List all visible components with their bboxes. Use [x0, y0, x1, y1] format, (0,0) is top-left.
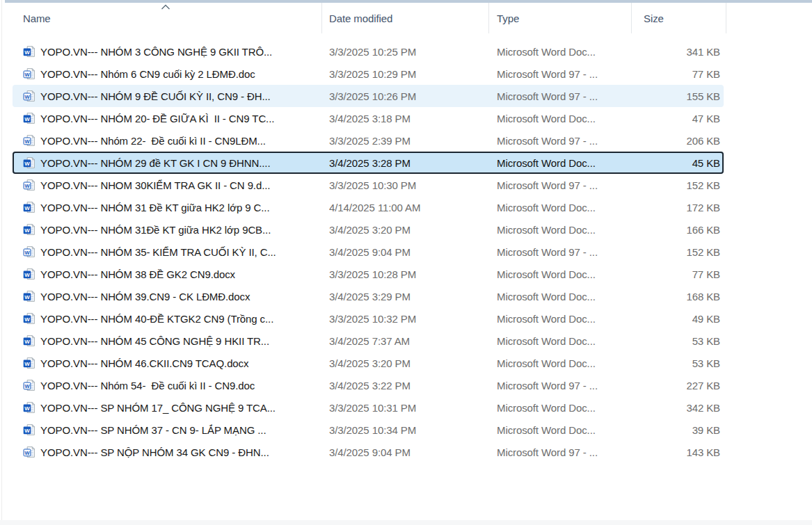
file-type: Microsoft Word Doc... — [497, 313, 632, 325]
svg-text:W: W — [25, 450, 31, 456]
word-docx-icon: W — [13, 312, 40, 325]
file-size: 152 KB — [632, 246, 720, 258]
column-header-label: Type — [497, 13, 519, 24]
file-name: YOPO.VN--- NHÓM 31Đề KT giữa HK2 lớp 9CB… — [40, 224, 329, 236]
window-left-border — [1, 0, 2, 525]
file-name: YOPO.VN--- Nhóm 54- Đề cuối kì II - CN9.… — [40, 380, 329, 391]
column-header-label: Date modified — [329, 13, 392, 24]
file-type: Microsoft Word Doc... — [497, 113, 632, 124]
file-date-modified: 3/3/2025 10:25 PM — [329, 46, 497, 58]
file-name: YOPO.VN--- NHÓM 31 Đề KT giữa HK2 lớp 9 … — [40, 202, 329, 213]
file-name: YOPO.VN--- SP NỘP NHÓM 34 GK CN9 - ĐHN..… — [40, 446, 329, 458]
file-row[interactable]: W YOPO.VN--- Nhóm 22- Đề cuối kì II - CN… — [13, 129, 724, 152]
file-row[interactable]: W YOPO.VN--- SP NHÓM 37 - CN 9- LẮP MẠNG… — [13, 419, 724, 441]
file-size: 47 KB — [632, 113, 720, 124]
word-docx-icon: W — [13, 357, 40, 369]
column-header-type[interactable]: Type — [489, 3, 632, 33]
file-type: Microsoft Word Doc... — [497, 291, 632, 302]
svg-text:W: W — [24, 294, 30, 300]
file-row[interactable]: W YOPO.VN--- NHÓM 20- ĐỀ GIỮA KÌ II - CN… — [13, 107, 724, 129]
svg-text:W: W — [25, 138, 31, 145]
file-row[interactable]: W YOPO.VN--- NHÓM 45 CÔNG NGHỆ 9 HKII TR… — [13, 330, 724, 352]
file-row[interactable]: W YOPO.VN--- Nhóm 54- Đề cuối kì II - CN… — [13, 374, 724, 396]
file-size: 77 KB — [632, 68, 720, 80]
column-header-label: Name — [23, 13, 51, 24]
file-row[interactable]: W YOPO.VN--- SP NHÓM 17_ CÔNG NGHỆ 9 TCA… — [13, 396, 724, 419]
word-doc-icon: W — [13, 179, 40, 191]
file-date-modified: 3/3/2025 10:32 PM — [329, 313, 497, 325]
svg-text:W: W — [24, 272, 30, 278]
file-row[interactable]: W YOPO.VN--- Nhóm 6 CN9 cuối kỳ 2 LĐMĐ.d… — [13, 63, 724, 85]
word-docx-icon: W — [13, 401, 40, 414]
column-header-size[interactable]: Size — [632, 3, 726, 33]
word-doc-icon: W — [13, 134, 40, 147]
chevron-up-icon — [161, 1, 170, 7]
file-row[interactable]: W YOPO.VN--- NHÓM 9 ĐỀ CUỐI KỲ II, CN9 -… — [13, 85, 724, 107]
word-doc-icon: W — [13, 379, 40, 391]
svg-text:W: W — [24, 339, 30, 345]
file-size: 341 KB — [632, 46, 720, 58]
svg-text:W: W — [24, 161, 30, 167]
file-name: YOPO.VN--- SP NHÓM 17_ CÔNG NGHỆ 9 TCA..… — [40, 402, 329, 414]
file-date-modified: 3/4/2025 9:04 PM — [329, 246, 497, 258]
file-name: YOPO.VN--- NHÓM 20- ĐỀ GIỮA KÌ II - CN9 … — [40, 113, 329, 124]
file-row[interactable]: W YOPO.VN--- NHÓM 31 Đề KT giữa HK2 lớp … — [13, 196, 724, 218]
file-name: YOPO.VN--- NHÓM 9 ĐỀ CUỐI KỲ II, CN9 - Đ… — [40, 90, 329, 102]
file-name: YOPO.VN--- NHÓM 3 CÔNG NGHỆ 9 GKII TRÔ..… — [40, 46, 329, 58]
file-row[interactable]: W YOPO.VN--- NHOM 30KIỂM TRA GK II - CN … — [13, 174, 724, 196]
file-row[interactable]: W YOPO.VN--- NHÓM 31Đề KT giữa HK2 lớp 9… — [13, 218, 724, 241]
file-row[interactable]: W YOPO.VN--- NHÓM 38 ĐỀ GK2 CN9.docx 3/3… — [13, 263, 724, 285]
file-name: YOPO.VN--- NHÓM 29 đề KT GK I CN 9 ĐHNN.… — [40, 157, 329, 169]
file-date-modified: 3/4/2025 3:28 PM — [329, 157, 497, 169]
svg-text:W: W — [24, 361, 30, 367]
word-docx-icon: W — [13, 156, 40, 169]
file-name: YOPO.VN--- NHÓM 38 ĐỀ GK2 CN9.docx — [40, 268, 329, 280]
file-size: 39 KB — [632, 424, 720, 436]
file-date-modified: 3/3/2025 10:30 PM — [329, 179, 497, 191]
file-type: Microsoft Word Doc... — [497, 46, 632, 58]
svg-text:W: W — [25, 383, 31, 389]
file-row[interactable]: W YOPO.VN--- NHÓM 35- KIỂM TRA CUỐI KỲ I… — [13, 241, 724, 263]
file-name: YOPO.VN--- NHOM 30KIỂM TRA GK II - CN 9.… — [40, 179, 329, 191]
file-type: Microsoft Word 97 - ... — [497, 179, 632, 191]
file-size: 152 KB — [632, 179, 720, 191]
file-type: Microsoft Word Doc... — [497, 268, 632, 280]
svg-text:W: W — [24, 116, 30, 122]
word-docx-icon: W — [13, 112, 40, 124]
column-header-date-modified[interactable]: Date modified — [322, 3, 489, 33]
file-size: 49 KB — [632, 313, 720, 325]
word-docx-icon: W — [13, 290, 40, 302]
file-row[interactable]: W YOPO.VN--- NHÓM 40-ĐỀ KTGK2 CN9 (Trồng… — [13, 307, 724, 330]
file-size: 53 KB — [632, 357, 720, 369]
file-type: Microsoft Word Doc... — [497, 424, 632, 436]
word-doc-icon: W — [13, 90, 40, 102]
svg-text:W: W — [24, 205, 30, 211]
file-row[interactable]: W YOPO.VN--- NHÓM 3 CÔNG NGHỆ 9 GKII TRÔ… — [13, 40, 724, 63]
file-row[interactable]: W YOPO.VN--- NHÓM 46.CKII.CN9 TCAQ.docx … — [13, 352, 724, 374]
file-date-modified: 3/4/2025 3:22 PM — [329, 380, 497, 391]
file-date-modified: 3/3/2025 10:29 PM — [329, 68, 497, 80]
file-name: YOPO.VN--- SP NHÓM 37 - CN 9- LẮP MẠNG .… — [40, 424, 329, 436]
file-type: Microsoft Word Doc... — [497, 157, 632, 169]
file-size: 45 KB — [632, 157, 720, 169]
file-date-modified: 4/14/2025 11:00 AM — [329, 202, 497, 213]
word-docx-icon: W — [13, 423, 40, 436]
file-row[interactable]: W YOPO.VN--- NHÓM 29 đề KT GK I CN 9 ĐHN… — [13, 152, 724, 174]
file-name: YOPO.VN--- NHÓM 46.CKII.CN9 TCAQ.docx — [40, 357, 329, 369]
word-docx-icon: W — [13, 201, 40, 213]
file-name: YOPO.VN--- NHÓM 35- KIỂM TRA CUỐI KỲ II,… — [40, 246, 329, 258]
file-size: 206 KB — [632, 135, 720, 147]
svg-text:W: W — [24, 227, 30, 234]
column-header-name[interactable]: Name — [13, 3, 322, 33]
file-name: YOPO.VN--- NHÓM 45 CÔNG NGHỆ 9 HKII TR..… — [40, 335, 329, 347]
file-type: Microsoft Word 97 - ... — [497, 380, 632, 391]
file-name: YOPO.VN--- NHÓM 40-ĐỀ KTGK2 CN9 (Trồng c… — [40, 313, 329, 325]
file-row[interactable]: W YOPO.VN--- NHÓM 39.CN9 - CK LĐMĐ.docx … — [13, 285, 724, 307]
file-type: Microsoft Word 97 - ... — [497, 246, 632, 258]
file-name: YOPO.VN--- Nhóm 6 CN9 cuối kỳ 2 LĐMĐ.doc — [40, 68, 329, 80]
file-type: Microsoft Word Doc... — [497, 202, 632, 213]
file-type: Microsoft Word Doc... — [497, 335, 632, 347]
svg-text:W: W — [25, 94, 31, 100]
file-row[interactable]: W YOPO.VN--- SP NỘP NHÓM 34 GK CN9 - ĐHN… — [13, 441, 724, 463]
word-doc-icon: W — [13, 245, 40, 258]
